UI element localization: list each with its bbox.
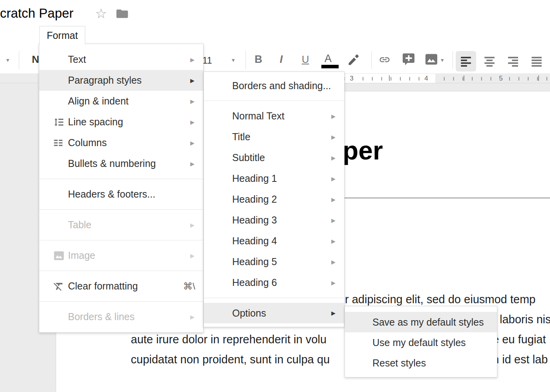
submenu-arrow-icon xyxy=(190,222,194,228)
toolbar-separator xyxy=(19,51,19,69)
submenu-arrow-icon xyxy=(331,310,336,316)
font-size-value[interactable]: 11 xyxy=(202,55,212,66)
font-size-caret-icon[interactable] xyxy=(232,57,235,64)
text-color-button[interactable]: A xyxy=(324,53,332,65)
body-text-line: aute irure dolor in reprehenderit in vol… xyxy=(131,333,326,346)
menu-format[interactable]: Format xyxy=(39,26,85,44)
highlight-color-button[interactable] xyxy=(346,53,360,68)
ruler-right-margin[interactable] xyxy=(435,74,550,83)
submenu-arrow-icon xyxy=(331,196,336,203)
ruler-half-inch-tick xyxy=(464,75,464,81)
submenu-arrow-icon xyxy=(331,217,336,223)
ps-menu-item-heading6[interactable]: Heading 6 xyxy=(204,272,344,293)
ps-menu-item-options[interactable]: Options xyxy=(204,303,344,323)
submenu-arrow-icon xyxy=(190,77,194,84)
text-color-swatch xyxy=(321,65,339,68)
submenu-arrow-icon xyxy=(190,140,194,146)
insert-image-icon[interactable] xyxy=(424,52,438,68)
submenu-arrow-icon xyxy=(190,161,194,167)
columns-icon xyxy=(52,137,64,148)
star-icon[interactable] xyxy=(95,5,107,21)
menu-separator xyxy=(39,271,203,271)
ruler-number: 3 xyxy=(347,75,356,82)
submenu-arrow-icon xyxy=(190,119,194,125)
ps-menu-item-subtitle[interactable]: Subtitle xyxy=(204,147,344,168)
options-menu-item-save-default[interactable]: Save as my default styles xyxy=(345,312,497,332)
ps-menu-item-title[interactable]: Title xyxy=(204,126,344,147)
ruler-left-margin[interactable] xyxy=(0,74,39,83)
ps-menu-item-heading2[interactable]: Heading 2 xyxy=(204,189,344,210)
image-options-caret-icon[interactable] xyxy=(441,57,444,64)
document-title-heading: per xyxy=(343,136,383,165)
toolbar-separator xyxy=(453,51,453,69)
menu-separator xyxy=(39,301,203,302)
align-right-button[interactable] xyxy=(503,51,523,71)
format-menu-item-headers-footers[interactable]: Headers & footers... xyxy=(39,184,203,205)
google-docs-window: cratch Paper Insert Tools Add-ons Help A… xyxy=(0,0,550,392)
format-menu-item-paragraph-styles[interactable]: Paragraph styles xyxy=(39,70,203,91)
submenu-arrow-icon xyxy=(331,259,336,265)
align-justify-button[interactable] xyxy=(526,51,547,71)
format-menu-item-bullets-numbering[interactable]: Bullets & numbering xyxy=(39,153,203,174)
align-left-button[interactable] xyxy=(456,51,476,71)
menu-separator xyxy=(39,240,203,240)
italic-button[interactable]: I xyxy=(280,53,283,66)
submenu-arrow-icon xyxy=(331,280,336,286)
format-menu-item-table: Table xyxy=(39,214,203,235)
body-text-line: n id est lab xyxy=(493,353,548,366)
ps-menu-item-normal-text[interactable]: Normal Text xyxy=(204,106,344,126)
toolbar-separator xyxy=(371,51,372,69)
style-selector[interactable]: N xyxy=(32,53,39,66)
keyboard-shortcut: ⌘\ xyxy=(183,281,195,292)
format-menu-item-clear-formatting[interactable]: Clear formatting ⌘\ xyxy=(39,276,203,297)
submenu-arrow-icon xyxy=(331,176,336,182)
menu-separator xyxy=(39,179,203,179)
body-text-line: laboris nis xyxy=(500,313,550,326)
body-text-line: e eu fugiat xyxy=(493,333,546,346)
menu-separator xyxy=(39,209,203,210)
format-menu-item-columns[interactable]: Columns xyxy=(39,132,203,153)
add-comment-icon[interactable] xyxy=(402,52,416,68)
menu-separator xyxy=(204,101,344,101)
ps-menu-item-heading5[interactable]: Heading 5 xyxy=(204,251,344,272)
folder-icon[interactable] xyxy=(116,8,128,21)
line-spacing-icon xyxy=(52,116,66,128)
ruler-half-inch-tick xyxy=(389,75,390,81)
format-menu-item-align-indent[interactable]: Align & indent xyxy=(39,91,203,112)
ps-menu-item-heading1[interactable]: Heading 1 xyxy=(204,168,344,189)
toolbar-dropdown-caret-icon[interactable] xyxy=(6,57,9,64)
clear-formatting-icon xyxy=(52,280,65,292)
link-icon[interactable] xyxy=(377,54,392,67)
format-menu-item-text[interactable]: Text xyxy=(39,49,203,70)
paragraph-styles-menu: Borders and shading... Normal Text Title… xyxy=(204,71,345,327)
underline-button[interactable]: U xyxy=(302,53,309,66)
bold-button[interactable]: B xyxy=(255,53,262,66)
ruler-number: 5 xyxy=(497,75,505,82)
ps-menu-item-borders-shading[interactable]: Borders and shading... xyxy=(204,75,344,96)
document-title[interactable]: cratch Paper xyxy=(0,6,73,21)
image-icon xyxy=(52,250,66,262)
options-menu: Save as my default styles Use my default… xyxy=(345,306,497,377)
format-menu-item-borders-lines: Borders & lines xyxy=(39,306,203,327)
align-center-button[interactable] xyxy=(479,51,500,71)
submenu-arrow-icon xyxy=(331,155,336,161)
body-text-line: r adipiscing elit, sed do eiusmod temp xyxy=(345,293,535,306)
toolbar-separator xyxy=(246,51,246,69)
format-menu-item-image: Image xyxy=(39,245,203,266)
options-menu-item-reset-styles[interactable]: Reset styles xyxy=(345,353,497,373)
format-menu: Text Paragraph styles Align & indent Lin… xyxy=(39,44,204,333)
submenu-arrow-icon xyxy=(190,98,194,104)
format-menu-item-line-spacing[interactable]: Line spacing xyxy=(39,112,203,132)
body-text-line: cupidatat non proident, sunt in culpa qu xyxy=(131,353,330,366)
submenu-arrow-icon xyxy=(190,253,194,259)
submenu-arrow-icon xyxy=(190,314,194,320)
ps-menu-item-heading3[interactable]: Heading 3 xyxy=(204,210,344,231)
options-menu-item-use-default[interactable]: Use my default styles xyxy=(345,332,497,353)
ps-menu-item-heading4[interactable]: Heading 4 xyxy=(204,231,344,251)
submenu-arrow-icon xyxy=(190,57,194,63)
menu-separator xyxy=(204,298,344,298)
title-bar: cratch Paper xyxy=(0,0,550,25)
ruler-half-inch-tick xyxy=(538,75,539,81)
submenu-arrow-icon xyxy=(331,134,336,140)
submenu-arrow-icon xyxy=(331,113,336,119)
